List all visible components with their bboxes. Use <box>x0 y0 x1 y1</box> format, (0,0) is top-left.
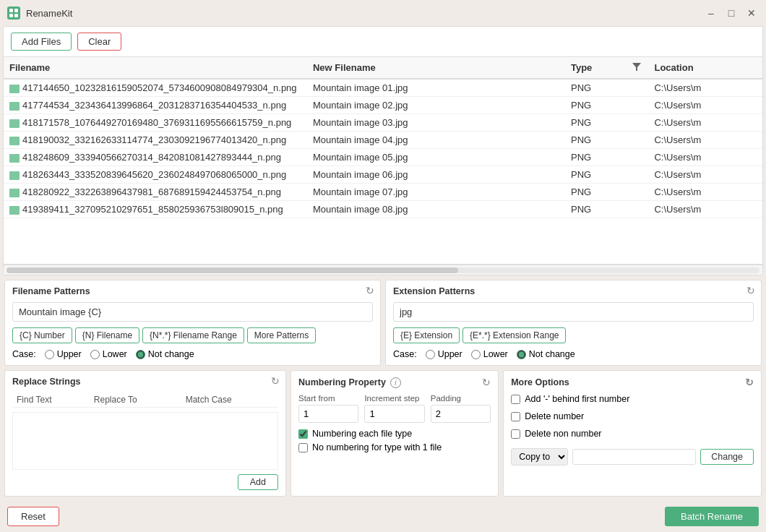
case-lower-label[interactable]: Lower <box>90 349 127 359</box>
delete-non-number-row[interactable]: Delete non number <box>511 429 754 439</box>
ext-case-upper-label[interactable]: Upper <box>426 349 462 359</box>
cell-type: PNG <box>565 97 626 114</box>
table-row[interactable]: 418248609_333940566270314_84208108142789… <box>4 149 762 166</box>
file-table-container[interactable]: Filename New Filename Type Location <box>4 57 762 265</box>
cell-filter <box>626 79 648 97</box>
case-lower-radio[interactable] <box>90 350 100 359</box>
table-row[interactable]: 417744534_323436413996864_20312837163544… <box>4 97 762 114</box>
copy-path-input[interactable] <box>572 449 696 465</box>
case-notchange-radio[interactable] <box>136 350 145 359</box>
ext-case-lower-radio[interactable] <box>471 350 481 359</box>
ext-case-notchange-radio[interactable] <box>517 350 526 359</box>
add-files-button[interactable]: Add Files <box>11 33 72 51</box>
replace-table: Find Text Replace To Match Case <box>12 392 278 408</box>
cell-location: C:\Users\m <box>648 79 762 97</box>
find-text-col: Find Text <box>12 392 90 408</box>
start-from-input[interactable] <box>298 405 358 423</box>
case-upper-radio[interactable] <box>45 350 54 359</box>
svg-rect-3 <box>14 14 18 17</box>
scrollbar-thumb[interactable] <box>7 267 458 273</box>
cell-filter <box>626 184 648 201</box>
numbering-each-type-checkbox[interactable] <box>298 429 308 439</box>
bottom-panels: Filename Patterns ↻ {C} Number {N} Filen… <box>0 275 766 501</box>
cell-filter <box>626 132 648 149</box>
add-behind-checkbox[interactable] <box>511 395 520 404</box>
col-header-newfilename: New Filename <box>307 57 565 79</box>
numbering-refresh-icon[interactable]: ↻ <box>482 377 491 388</box>
maximize-button[interactable]: □ <box>724 6 739 20</box>
cell-filename: 417144650_10232816159052074_573460090808… <box>4 79 307 97</box>
table-row[interactable]: 419389411_327095210297651_858025936753l8… <box>4 201 762 218</box>
cell-location: C:\Users\m <box>648 132 762 149</box>
app-icon <box>7 7 20 20</box>
cell-newfilename: Mountain image 02.jpg <box>307 97 565 114</box>
replace-refresh-icon[interactable]: ↻ <box>271 375 280 387</box>
file-table: Filename New Filename Type Location <box>4 57 762 218</box>
cell-filter <box>626 97 648 114</box>
change-button[interactable]: Change <box>700 449 754 465</box>
clear-button[interactable]: Clear <box>77 33 121 51</box>
filename-range-button[interactable]: {N*.*} Filename Range <box>142 327 244 343</box>
more-options-refresh-icon[interactable]: ↻ <box>745 377 754 388</box>
numbering-grid: Start from Increment step Padding <box>298 394 491 423</box>
numbering-each-type-row[interactable]: Numbering each file type <box>298 429 491 439</box>
delete-number-row[interactable]: Delete number <box>511 411 754 421</box>
extension-refresh-icon[interactable]: ↻ <box>746 285 755 296</box>
extension-case-row: Case: Upper Lower Not change <box>393 349 754 359</box>
cell-filter <box>626 166 648 184</box>
cell-newfilename: Mountain image 05.jpg <box>307 149 565 166</box>
table-row[interactable]: 418263443_333520839645620_23602484970680… <box>4 166 762 184</box>
cell-newfilename: Mountain image 07.jpg <box>307 184 565 201</box>
svg-rect-1 <box>14 9 18 12</box>
cell-type: PNG <box>565 201 626 218</box>
cell-filter <box>626 114 648 132</box>
padding-input[interactable] <box>431 405 491 423</box>
cell-location: C:\Users\m <box>648 114 762 132</box>
cell-location: C:\Users\m <box>648 149 762 166</box>
extension-range-button[interactable]: {E*.*} Extension Range <box>462 327 566 343</box>
svg-rect-2 <box>9 14 13 17</box>
options-row: Replace Strings ↻ Find Text Replace To M… <box>4 370 762 497</box>
cell-filename: 418190032_332162633114774_23030921967740… <box>4 132 307 149</box>
table-row[interactable]: 418190032_332162633114774_23030921967740… <box>4 132 762 149</box>
window-controls: – □ ✕ <box>704 6 759 20</box>
batch-rename-button[interactable]: Batch Rename <box>665 507 759 526</box>
add-replace-button[interactable]: Add <box>238 474 278 490</box>
filename-pattern-button[interactable]: {N} Filename <box>75 327 139 343</box>
cell-newfilename: Mountain image 01.jpg <box>307 79 565 97</box>
no-numbering-checkbox[interactable] <box>298 443 308 452</box>
delete-number-checkbox[interactable] <box>511 412 520 421</box>
copy-to-select[interactable]: Copy to Move to <box>511 448 568 466</box>
minimize-button[interactable]: – <box>704 6 718 20</box>
info-icon: i <box>390 377 401 388</box>
delete-non-number-checkbox[interactable] <box>511 429 520 439</box>
ext-case-upper-radio[interactable] <box>426 350 435 359</box>
case-notchange-label[interactable]: Not change <box>136 349 194 359</box>
scrollbar-track <box>7 267 759 273</box>
numbering-panel: Numbering Property i ↻ Start from Increm… <box>291 370 499 497</box>
cell-type: PNG <box>565 114 626 132</box>
table-row[interactable]: 418280922_332263896437981_68768915942445… <box>4 184 762 201</box>
table-row[interactable]: 417144650_10232816159052074_573460090808… <box>4 79 762 97</box>
cell-location: C:\Users\m <box>648 201 762 218</box>
filename-pattern-input[interactable] <box>12 302 373 322</box>
increment-input[interactable] <box>364 405 424 423</box>
reset-button[interactable]: Reset <box>7 507 59 526</box>
extension-pattern-button[interactable]: {E} Extension <box>393 327 460 343</box>
more-patterns-button[interactable]: More Patterns <box>247 327 316 343</box>
col-header-filename: Filename <box>4 57 307 79</box>
no-numbering-row[interactable]: No numbering for type with 1 file <box>298 442 491 452</box>
ext-case-notchange-label[interactable]: Not change <box>517 349 575 359</box>
table-row[interactable]: 418171578_1076449270169480_3769311695566… <box>4 114 762 132</box>
close-button[interactable]: ✕ <box>744 6 759 20</box>
horizontal-scrollbar[interactable] <box>4 265 762 275</box>
col-header-filter[interactable] <box>626 57 648 79</box>
add-behind-row[interactable]: Add '-' behind first number <box>511 394 754 404</box>
filename-refresh-icon[interactable]: ↻ <box>366 285 374 296</box>
counter-pattern-button[interactable]: {C} Number <box>12 327 72 343</box>
extension-pattern-input[interactable] <box>393 302 754 322</box>
cell-type: PNG <box>565 149 626 166</box>
case-upper-label[interactable]: Upper <box>45 349 82 359</box>
cell-filename: 418263443_333520839645620_23602484970680… <box>4 166 307 184</box>
ext-case-lower-label[interactable]: Lower <box>471 349 508 359</box>
